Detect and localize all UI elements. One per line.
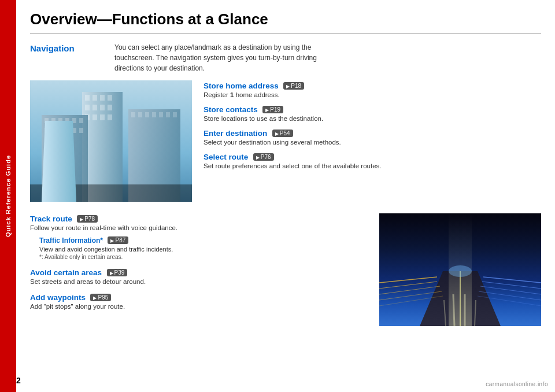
svg-rect-19 [72,118,76,123]
feature-store-contacts-title: Store contacts [204,105,258,114]
feature-enter-destination-badge: P54 [272,130,293,137]
feature-select-route-desc: Set route preferences and select one of … [204,162,541,169]
feature-enter-destination-title: Enter destination [204,129,267,138]
feature-add-waypoints: Add waypoints P95 Add "pit stops" along … [30,292,368,310]
svg-rect-13 [108,114,112,120]
svg-rect-30 [145,112,149,117]
feature-track-route-title: Track route [30,215,72,223]
page-number: 2 [16,376,21,385]
svg-rect-12 [100,114,105,120]
road-image [379,213,541,326]
svg-rect-25 [72,128,76,133]
sub-feature-traffic-title: Traffic Information* [39,236,103,245]
svg-rect-28 [131,112,135,117]
bottom-section: Track route P78 Follow your route in rea… [30,213,541,326]
svg-rect-17 [58,118,62,123]
svg-rect-21 [45,128,49,133]
feature-track-route: Track route P78 Follow your route in rea… [30,213,368,260]
svg-rect-9 [108,105,112,110]
upper-content: Store home address P18 Register 1 home a… [30,80,541,202]
svg-rect-29 [138,112,142,117]
svg-rect-35 [30,184,192,202]
svg-rect-6 [85,105,90,110]
svg-rect-3 [92,95,97,101]
svg-rect-31 [152,112,156,117]
feature-enter-destination: Enter destination P54 Select your destin… [204,128,541,146]
svg-rect-11 [92,114,97,120]
feature-add-waypoints-badge: P95 [90,294,111,301]
feature-track-route-badge: P78 [77,215,98,223]
sidebar-tab: Quick Reference Guide [0,0,16,392]
feature-store-home-desc: Register 1 home address. [204,91,541,98]
feature-enter-destination-desc: Select your destination using several me… [204,139,541,146]
bottom-features-list: Track route P78 Follow your route in rea… [30,213,368,326]
feature-avoid-areas: Avoid certain areas P39 Set streets and … [30,267,368,285]
svg-rect-23 [58,128,62,133]
feature-store-home: Store home address P18 Register 1 home a… [204,80,541,98]
svg-rect-24 [65,128,69,133]
navigation-header: Navigation You can select any place/land… [30,42,541,73]
svg-rect-22 [51,128,56,133]
feature-store-contacts-desc: Store locations to use as the destinatio… [204,115,541,122]
feature-store-contacts-badge: P19 [262,106,283,113]
svg-rect-32 [159,112,163,117]
feature-select-route: Select route P76 Set route preferences a… [204,151,541,169]
svg-line-50 [453,294,454,326]
svg-rect-20 [79,118,83,123]
navigation-label: Navigation [30,42,105,73]
feature-add-waypoints-title: Add waypoints [30,293,86,302]
svg-rect-33 [166,112,170,117]
sub-feature-traffic-badge: P87 [108,236,128,244]
svg-rect-18 [65,118,69,123]
sub-feature-traffic-note: *: Available only in certain areas. [39,254,368,260]
svg-rect-4 [100,95,105,101]
feature-track-route-desc: Follow your route in real-time with voic… [30,224,368,231]
feature-store-contacts: Store contacts P19 Store locations to us… [204,104,541,122]
feature-select-route-title: Select route [204,153,248,161]
sub-feature-traffic: Traffic Information* P87 View and avoid … [39,235,368,260]
feature-avoid-areas-badge: P39 [107,269,128,276]
feature-store-home-badge: P18 [283,82,304,90]
svg-rect-7 [92,105,97,110]
building-image [30,80,192,202]
feature-avoid-areas-title: Avoid certain areas [30,268,102,277]
feature-store-home-title: Store home address [204,82,279,90]
page-title: Overview—Functions at a Glance [30,10,541,34]
svg-rect-34 [173,112,177,117]
svg-rect-8 [100,105,105,110]
feature-avoid-areas-desc: Set streets and areas to detour around. [30,278,368,285]
svg-rect-5 [108,95,112,101]
feature-select-route-badge: P76 [253,153,274,161]
svg-rect-15 [45,118,49,123]
svg-point-49 [449,265,472,277]
feature-add-waypoints-desc: Add "pit stops" along your route. [30,303,368,310]
navigation-description: You can select any place/landmark as a d… [114,42,334,73]
svg-rect-36 [379,213,541,326]
watermark: carmanualsonline.info [486,381,548,387]
svg-rect-2 [85,95,90,101]
sidebar-label: Quick Reference Guide [5,155,12,237]
svg-rect-16 [51,118,56,123]
main-content: Overview—Functions at a Glance Navigatio… [16,0,555,392]
features-upper-list: Store home address P18 Register 1 home a… [204,80,541,202]
sub-feature-traffic-desc: View and avoid congestion and traffic in… [39,246,368,253]
svg-rect-26 [79,128,83,133]
